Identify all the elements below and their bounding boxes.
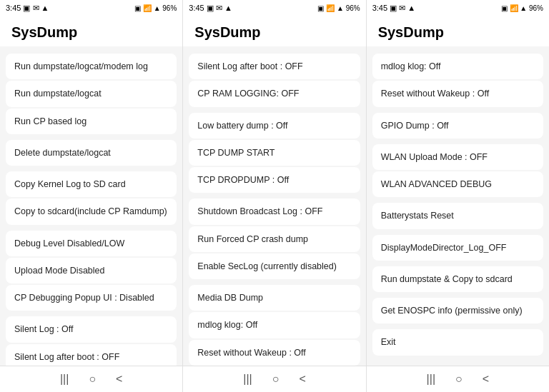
list-item[interactable]: TCP DUMP START (189, 140, 360, 166)
back-icon[interactable]: < (299, 373, 305, 386)
list-item[interactable]: Low battery dump : Off (189, 113, 360, 139)
list-item[interactable]: Debug Level Disabled/LOW (6, 231, 177, 256)
status-time-3: 3:45 ▣ ✉ ▲ (372, 4, 415, 13)
home-icon[interactable]: ○ (455, 373, 463, 386)
list-item[interactable]: Exit (372, 329, 543, 355)
list-item[interactable]: Silent Log after boot : OFF (6, 344, 177, 366)
list-item[interactable]: mdlog klog: Off (372, 54, 543, 79)
panel-1-content[interactable]: Run dumpstate/logcat/modem log Run dumps… (0, 46, 182, 366)
list-item[interactable]: DisplayModeDirector_Log_OFF (372, 235, 543, 261)
list-item[interactable]: Enable SecLog (currently disabled) (189, 253, 360, 279)
nav-section-3: ||| ○ < (367, 366, 549, 392)
panel-2: SysDump Silent Log after boot : OFF CP R… (183, 16, 366, 366)
home-icon[interactable]: ○ (272, 373, 280, 386)
panels-container: SysDump Run dumpstate/logcat/modem log R… (0, 16, 549, 366)
home-icon[interactable]: ○ (89, 373, 96, 386)
list-item[interactable]: Shutdown Broadcast Log : OFF (189, 198, 360, 224)
panel-2-content[interactable]: Silent Log after boot : OFF CP RAM LOGGI… (183, 46, 365, 366)
list-item[interactable]: Run dumpstate/logcat/modem log (6, 54, 177, 79)
list-item[interactable]: Reset without Wakeup : Off (189, 340, 360, 366)
list-item[interactable]: Reset without Wakeup : Off (372, 81, 543, 106)
list-item[interactable]: GPIO Dump : Off (372, 113, 543, 139)
list-item[interactable]: CP RAM LOGGING: OFF (189, 81, 360, 106)
nav-section-2: ||| ○ < (183, 366, 366, 392)
panel-1-title: SysDump (0, 16, 182, 46)
recent-apps-icon[interactable]: ||| (243, 373, 252, 386)
list-item[interactable]: Silent Log : Off (6, 316, 177, 342)
status-icons-1: ▣ 📶 ▲ 96% (134, 4, 177, 12)
panel-3-content[interactable]: mdlog klog: Off Reset without Wakeup : O… (367, 46, 549, 366)
status-time-2: 3:45 ▣ ✉ ▲ (189, 4, 232, 13)
list-item[interactable]: CP Debugging Popup UI : Disabled (6, 285, 177, 311)
status-bars: 3:45 ▣ ✉ ▲ ▣ 📶 ▲ 96% 3:45 ▣ ✉ ▲ ▣ 📶 ▲ 96… (0, 0, 549, 16)
list-item[interactable]: Run dumpstate/logcat (6, 81, 177, 106)
list-item[interactable]: Run dumpstate & Copy to sdcard (372, 266, 543, 292)
panel-1: SysDump Run dumpstate/logcat/modem log R… (0, 16, 183, 366)
list-item[interactable]: TCP DROPDUMP : Off (189, 167, 360, 193)
list-item[interactable]: Batterystats Reset (372, 203, 543, 228)
list-item[interactable]: Upload Mode Disabled (6, 258, 177, 283)
nav-section-1: ||| ○ < (0, 366, 183, 392)
status-bar-2: 3:45 ▣ ✉ ▲ ▣ 📶 ▲ 96% (183, 0, 366, 16)
list-item[interactable]: Run CP based log (6, 109, 177, 134)
panel-2-title: SysDump (183, 16, 365, 46)
list-item[interactable]: Run Forced CP crash dump (189, 226, 360, 252)
list-item[interactable]: mdlog klog: Off (189, 312, 360, 338)
status-time-1: 3:45 ▣ ✉ ▲ (6, 4, 49, 13)
list-item[interactable]: Delete dumpstate/logcat (6, 140, 177, 166)
list-item[interactable]: Copy to sdcard(include CP Ramdump) (6, 198, 177, 224)
recent-apps-icon[interactable]: ||| (427, 373, 435, 386)
panel-3-title: SysDump (367, 16, 549, 46)
status-icons-2: ▣ 📶 ▲ 96% (317, 4, 360, 12)
status-icons-3: ▣ 📶 ▲ 96% (501, 4, 543, 12)
list-item[interactable]: Get ENOSPC info (permissive only) (372, 298, 543, 323)
list-item[interactable]: Media DB Dump (189, 285, 360, 311)
status-bar-3: 3:45 ▣ ✉ ▲ ▣ 📶 ▲ 96% (367, 0, 549, 16)
list-item[interactable]: WLAN Upload Mode : OFF (372, 144, 543, 170)
back-icon[interactable]: < (483, 373, 489, 386)
list-item[interactable]: Silent Log after boot : OFF (189, 54, 360, 79)
back-icon[interactable]: < (116, 373, 122, 386)
list-item[interactable]: Copy Kernel Log to SD card (6, 171, 177, 197)
recent-apps-icon[interactable]: ||| (60, 373, 69, 386)
status-bar-1: 3:45 ▣ ✉ ▲ ▣ 📶 ▲ 96% (0, 0, 183, 16)
nav-bar: ||| ○ < ||| ○ < ||| ○ < (0, 366, 549, 392)
panel-3: SysDump mdlog klog: Off Reset without Wa… (367, 16, 549, 366)
list-item[interactable]: WLAN ADVANCED DEBUG (372, 171, 543, 197)
